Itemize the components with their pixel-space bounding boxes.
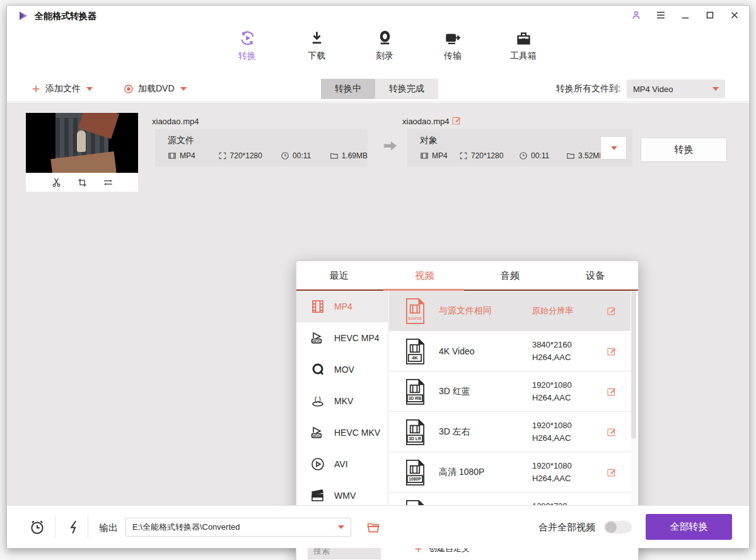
format-item-mov[interactable]: MOV xyxy=(296,354,388,385)
clip-toolbar xyxy=(26,173,138,192)
svg-text:3D LR: 3D LR xyxy=(409,436,421,441)
close-icon[interactable] xyxy=(729,9,740,21)
nav-tab-convert[interactable]: 转换 xyxy=(219,30,276,62)
preset-resolution: 1920*1080 xyxy=(532,380,572,390)
clapperboard-icon xyxy=(310,488,325,503)
preset-name: 3D 左右 xyxy=(439,426,532,438)
convert-all-button[interactable]: 全部转换 xyxy=(646,514,732,540)
svg-text:3D RB: 3D RB xyxy=(409,396,421,400)
performance-lightning-icon[interactable] xyxy=(66,519,83,535)
divider xyxy=(88,516,88,539)
merge-videos-label: 合并全部视频 xyxy=(538,522,595,534)
toggle-knob xyxy=(605,522,617,533)
scrollbar-thumb[interactable] xyxy=(631,291,636,439)
format-label: WMV xyxy=(334,491,356,501)
popup-tab-recent[interactable]: 最近 xyxy=(296,261,382,290)
schedule-alarm-icon[interactable] xyxy=(29,519,45,535)
format-item-mkv[interactable]: {,} MKV xyxy=(296,385,388,417)
load-dvd-button[interactable]: 加载DVD xyxy=(124,76,187,102)
svg-text:HEVC: HEVC xyxy=(313,340,321,343)
popup-tab-video[interactable]: 视频 xyxy=(382,261,468,290)
nav-label-transfer: 传输 xyxy=(424,50,481,62)
source-format: MP4 xyxy=(180,151,195,160)
add-file-label: 添加文件 xyxy=(45,83,81,95)
tab-converting[interactable]: 转换中 xyxy=(321,79,375,99)
format-item-hevc-mkv[interactable]: HEVC HEVC MKV xyxy=(296,417,388,448)
video-file-icon: 4K xyxy=(404,338,426,365)
output-path-value: E:\全能格式转换器\Converted xyxy=(132,522,240,533)
target-format: MP4 xyxy=(432,151,448,160)
tab-completed[interactable]: 转换完成 xyxy=(375,79,438,99)
edit-preset-icon[interactable] xyxy=(607,467,617,477)
output-label: 输出 xyxy=(99,522,118,534)
app-title: 全能格式转换器 xyxy=(35,11,96,22)
svg-text:source: source xyxy=(408,315,422,320)
nav-tab-burn[interactable]: 刻录 xyxy=(356,30,413,62)
source-file-icon: source xyxy=(404,298,426,324)
chevron-down-icon xyxy=(712,87,719,91)
chevron-down-icon xyxy=(338,525,344,529)
format-item-hevc-mp4[interactable]: HEVC HEVC MP4 xyxy=(296,322,388,354)
menu-icon[interactable] xyxy=(655,9,666,21)
chevron-down-icon xyxy=(180,87,187,91)
preset-resolution: 1920*1080 xyxy=(532,421,572,430)
maximize-icon[interactable] xyxy=(704,9,716,21)
edit-preset-icon[interactable] xyxy=(607,306,617,316)
global-format-value: MP4 Video xyxy=(633,85,673,94)
format-item-mp4[interactable]: MP4 xyxy=(296,291,388,322)
file-size-icon xyxy=(330,151,339,160)
dvd-icon xyxy=(124,84,134,94)
effects-adjust-icon[interactable] xyxy=(103,177,113,188)
popup-tab-device[interactable]: 设备 xyxy=(553,261,639,290)
edit-preset-icon[interactable] xyxy=(607,427,617,437)
format-label: MOV xyxy=(334,365,354,375)
edit-preset-icon[interactable] xyxy=(607,346,617,356)
file-list-area: xiaodao.mp4 源文件 MP4 720*1280 00:11 xyxy=(7,103,749,505)
edit-preset-icon[interactable] xyxy=(607,387,617,397)
popup-tabs: 最近 视频 音频 设备 xyxy=(296,261,638,290)
app-window: 全能格式转换器 xyxy=(6,5,750,549)
convert-status-tabs: 转换中 转换完成 xyxy=(321,79,438,99)
source-size: 1.69MB xyxy=(342,151,368,160)
open-folder-icon[interactable] xyxy=(366,520,380,534)
source-label: 源文件 xyxy=(168,135,368,146)
preset-row-source[interactable]: source 与源文件相同 原始分辨率 xyxy=(389,291,631,331)
preset-row-3d-lr[interactable]: 3D LR 3D 左右 1920*1080H264,AAC xyxy=(389,412,631,452)
crop-icon[interactable] xyxy=(77,177,88,188)
file-size-icon xyxy=(566,151,575,160)
nav-label-toolbox: 工具箱 xyxy=(495,50,552,62)
video-file-icon: 3D RB xyxy=(404,378,426,405)
arrow-right-icon xyxy=(383,141,398,152)
preset-row-4k[interactable]: 4K 4K Video 3840*2160H264,AAC xyxy=(389,331,631,371)
thumbnail-image xyxy=(26,113,138,173)
minimize-icon[interactable] xyxy=(680,9,691,21)
format-item-avi[interactable]: AVI xyxy=(296,448,388,480)
rename-edit-icon[interactable] xyxy=(451,115,462,125)
target-filename: xiaodao.mp4 xyxy=(402,117,449,126)
preset-row-1080p[interactable]: 1080P 高清 1080P 1920*1080H264,AAC xyxy=(389,452,631,493)
nav-tab-transfer[interactable]: 传输 xyxy=(424,30,481,62)
add-file-button[interactable]: 添加文件 xyxy=(31,76,93,102)
account-icon[interactable] xyxy=(631,9,642,21)
nav-tab-download[interactable]: 下载 xyxy=(288,30,345,62)
matroska-icon: {,} xyxy=(310,394,325,409)
bottom-bar: 输出 E:\全能格式转换器\Converted 合并全部视频 全部转换 xyxy=(7,505,749,548)
video-thumbnail xyxy=(26,113,138,192)
preset-scrollbar[interactable] xyxy=(631,291,636,535)
nav-label-burn: 刻录 xyxy=(356,50,413,62)
trim-scissors-icon[interactable] xyxy=(51,177,62,188)
global-format-select[interactable]: MP4 Video xyxy=(627,79,725,98)
target-format-dropdown-button[interactable] xyxy=(600,136,627,160)
popup-tab-audio[interactable]: 音频 xyxy=(467,261,553,290)
merge-videos-toggle[interactable] xyxy=(604,521,632,534)
convert-icon xyxy=(239,30,256,47)
convert-row-button[interactable]: 转换 xyxy=(641,137,727,162)
format-label: MKV xyxy=(334,396,353,406)
convert-to-label: 转换所有文件到: xyxy=(556,76,620,102)
clock-icon xyxy=(281,151,289,160)
nav-tab-toolbox[interactable]: 工具箱 xyxy=(495,30,552,62)
output-path-select[interactable]: E:\全能格式转换器\Converted xyxy=(125,518,351,537)
preset-row-3d-rb[interactable]: 3D RB 3D 红蓝 1920*1080H264,AAC xyxy=(389,371,631,412)
preset-resolution: 1920*1080 xyxy=(532,461,572,470)
video-file-icon: 3D LR xyxy=(404,419,426,445)
